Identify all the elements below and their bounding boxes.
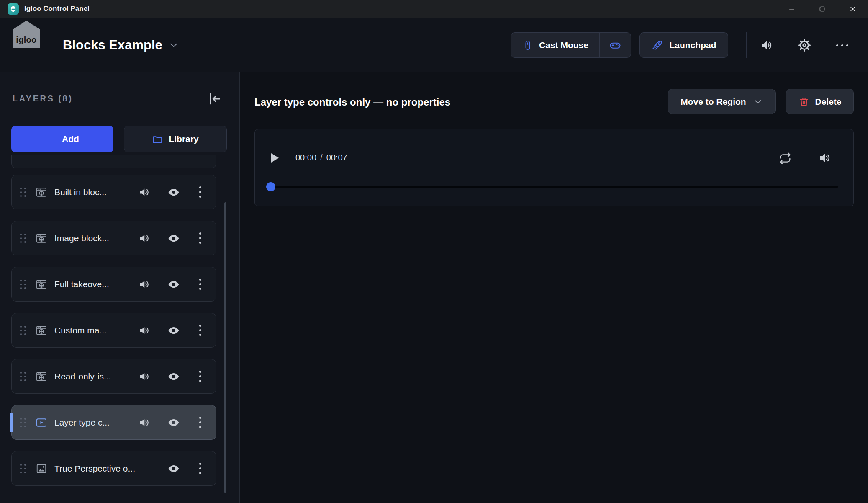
web-block-icon [35, 232, 48, 245]
image-block-icon [35, 462, 48, 475]
volume-icon [818, 151, 832, 165]
library-label: Library [169, 134, 198, 144]
plus-icon [46, 134, 56, 144]
layer-visibility-button[interactable] [167, 324, 180, 337]
layer-row[interactable]: Read-only-is... [11, 359, 216, 394]
volume-icon [138, 370, 151, 383]
collapse-panel-button[interactable] [206, 91, 223, 107]
move-to-region-button[interactable]: Move to Region [668, 89, 776, 114]
sidebar-scrollbar[interactable] [224, 202, 226, 493]
eye-icon [167, 232, 180, 245]
mouse-icon [522, 39, 534, 51]
delete-button[interactable]: Delete [786, 89, 854, 114]
drag-handle-icon[interactable] [20, 234, 26, 243]
layers-header: LAYERS (8) [13, 94, 73, 103]
add-label: Add [62, 134, 79, 144]
layer-label: Layer type c... [54, 418, 110, 428]
loop-button[interactable] [778, 151, 792, 165]
header-more-button[interactable] [834, 42, 850, 49]
media-player: 00:00 / 00:07 [254, 129, 854, 206]
layer-visibility-button[interactable] [167, 370, 180, 383]
web-block-icon [35, 186, 48, 199]
layer-visibility-button[interactable] [167, 462, 180, 475]
trash-icon [798, 96, 810, 108]
web-block-icon [35, 278, 48, 291]
play-button[interactable] [267, 150, 282, 165]
layer-visibility-button[interactable] [167, 186, 180, 199]
kebab-icon [199, 325, 201, 327]
layer-row[interactable]: Full takeove... [11, 267, 216, 302]
igloo-logo-text: igloo [16, 35, 36, 45]
layer-audio-button[interactable] [138, 186, 151, 199]
maximize-button[interactable] [807, 0, 837, 18]
library-button[interactable]: Library [124, 126, 227, 152]
player-volume-button[interactable] [818, 151, 832, 165]
move-to-region-label: Move to Region [681, 97, 746, 107]
project-title-dropdown[interactable]: Blocks Example [63, 18, 179, 72]
cast-mouse-button[interactable]: Cast Mouse [511, 33, 599, 57]
layer-menu-button[interactable] [197, 186, 203, 198]
rocket-icon [651, 39, 664, 52]
layer-menu-button[interactable] [197, 417, 203, 428]
layer-audio-button[interactable] [138, 416, 151, 429]
layer-menu-button[interactable] [197, 325, 203, 336]
layer-visibility-button[interactable] [167, 278, 180, 291]
eye-icon [167, 278, 180, 291]
layer-menu-button[interactable] [197, 232, 203, 244]
layer-audio-button[interactable] [138, 278, 151, 291]
eye-icon [167, 186, 180, 199]
chevron-down-icon [753, 97, 763, 107]
layer-visibility-button[interactable] [167, 416, 180, 429]
launchpad-button[interactable]: Launchpad [639, 32, 728, 58]
seek-bar[interactable] [270, 186, 838, 188]
cast-mouse-group: Cast Mouse [511, 32, 631, 58]
drag-handle-icon[interactable] [20, 280, 26, 289]
header-volume-button[interactable] [760, 38, 774, 52]
layer-row[interactable]: Built in bloc... [11, 175, 216, 209]
header: igloo Blocks Example Cast Mouse Launchpa… [0, 18, 868, 72]
header-settings-button[interactable] [797, 38, 812, 52]
layer-row-selected[interactable]: Layer type c... [11, 405, 216, 440]
eye-icon [167, 324, 180, 337]
volume-icon [138, 324, 151, 337]
window-controls [776, 0, 868, 18]
layer-row[interactable]: Custom ma... [11, 313, 216, 348]
drag-handle-icon[interactable] [20, 326, 26, 335]
layer-menu-button[interactable] [197, 463, 203, 474]
layer-label: True Perspective o... [54, 464, 135, 474]
drag-handle-icon[interactable] [20, 464, 26, 473]
volume-icon [760, 38, 774, 52]
minimize-icon [788, 5, 795, 13]
app-title: Igloo Control Panel [24, 5, 90, 13]
app-logo-icon [8, 3, 19, 15]
seek-handle[interactable] [266, 182, 275, 191]
layer-audio-button[interactable] [138, 370, 151, 383]
eye-icon [167, 370, 180, 383]
close-button[interactable] [837, 0, 868, 18]
layer-label: Full takeove... [54, 279, 109, 289]
more-ellipsis-icon [836, 44, 838, 46]
eye-icon [167, 416, 180, 429]
layer-menu-button[interactable] [197, 279, 203, 290]
drag-handle-icon[interactable] [20, 188, 26, 197]
drag-handle-icon[interactable] [20, 418, 26, 427]
close-icon [849, 5, 856, 13]
cast-gamepad-button[interactable] [600, 33, 631, 57]
minimize-button[interactable] [776, 0, 807, 18]
layer-row-partial[interactable] [11, 155, 216, 168]
drag-handle-icon[interactable] [20, 372, 26, 381]
layer-row[interactable]: True Perspective o... [11, 451, 216, 486]
igloo-logo: igloo [13, 21, 40, 48]
layer-visibility-button[interactable] [167, 232, 180, 245]
kebab-icon [199, 186, 201, 188]
folder-icon [152, 134, 163, 145]
layer-audio-button[interactable] [138, 324, 151, 337]
layer-audio-button[interactable] [138, 232, 151, 245]
kebab-icon [199, 417, 201, 419]
layer-row[interactable]: Image block... [11, 221, 216, 255]
add-layer-button[interactable]: Add [11, 126, 113, 152]
volume-icon [138, 416, 151, 429]
layer-menu-button[interactable] [197, 371, 203, 382]
kebab-icon [199, 232, 201, 235]
volume-icon [138, 186, 151, 199]
